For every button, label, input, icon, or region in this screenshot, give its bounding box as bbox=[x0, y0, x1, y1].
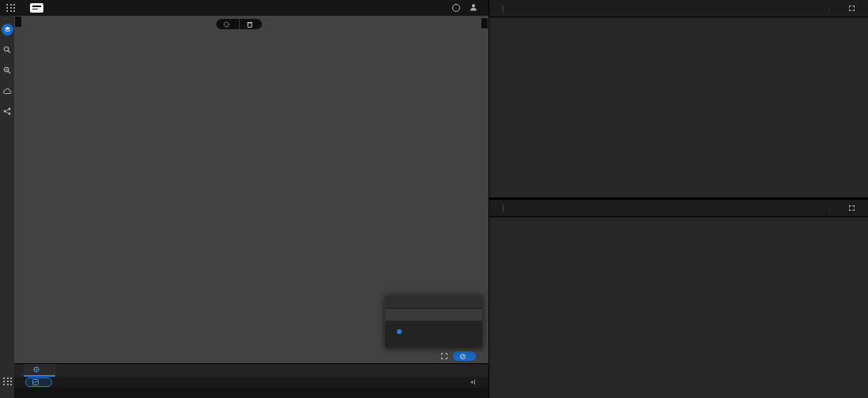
expand-icon[interactable] bbox=[849, 6, 855, 11]
lasso-icon bbox=[223, 21, 230, 28]
collapse-panel-icon[interactable] bbox=[470, 379, 476, 385]
sidebar-item-cloud[interactable] bbox=[0, 81, 14, 101]
map-controls bbox=[425, 351, 484, 361]
nav-sidebar bbox=[0, 16, 14, 398]
app-topbar bbox=[0, 0, 488, 16]
help-icon[interactable] bbox=[452, 4, 460, 12]
map-select-toolbar bbox=[216, 19, 262, 29]
apps-grid-icon[interactable] bbox=[6, 4, 16, 12]
map-layers-icon bbox=[2, 24, 13, 36]
legend-toggle-button[interactable] bbox=[453, 351, 476, 361]
trash-icon bbox=[247, 21, 253, 28]
map-region[interactable] bbox=[14, 16, 488, 363]
target-icon bbox=[33, 366, 39, 373]
footer bbox=[14, 388, 488, 398]
chart-icon bbox=[32, 379, 39, 385]
sidebar-item-zoom-search[interactable] bbox=[0, 60, 14, 81]
production-chart[interactable] bbox=[489, 17, 868, 197]
well-spot-dot-icon bbox=[397, 329, 402, 334]
search-plus-icon bbox=[3, 66, 11, 74]
analysis-bar bbox=[14, 377, 488, 388]
fullscreen-icon[interactable] bbox=[441, 353, 447, 359]
production-chart-body bbox=[489, 17, 868, 197]
sidebar-item-map-active[interactable] bbox=[0, 19, 14, 39]
tgs-logo[interactable] bbox=[30, 3, 43, 13]
pencil-icon bbox=[460, 354, 466, 359]
chart-panels: | | | | bbox=[489, 0, 868, 398]
sidebar-item-search[interactable] bbox=[0, 39, 14, 60]
sidebar-apps-grid-icon[interactable] bbox=[0, 371, 14, 392]
type-curve-chart[interactable] bbox=[489, 217, 868, 397]
analyze-button[interactable] bbox=[25, 377, 52, 387]
account-icon[interactable] bbox=[470, 3, 477, 13]
tab-wells[interactable] bbox=[24, 364, 55, 377]
panel-type-curve: | | bbox=[489, 200, 868, 398]
panel-production-plot: | | bbox=[489, 0, 868, 197]
map-legend-panel bbox=[385, 295, 482, 347]
clear-button[interactable] bbox=[239, 19, 262, 29]
tabs-row bbox=[14, 363, 488, 377]
select-button[interactable] bbox=[216, 19, 239, 29]
search-icon bbox=[3, 46, 11, 54]
collapse-left-handle[interactable] bbox=[15, 17, 21, 27]
collapse-right-handle[interactable] bbox=[481, 18, 488, 28]
cloud-icon bbox=[3, 88, 12, 95]
bottom-bars bbox=[14, 363, 488, 398]
type-curve-chart-body bbox=[489, 217, 868, 397]
panel-header[interactable]: | | bbox=[489, 200, 868, 217]
well-spots-row bbox=[397, 329, 477, 334]
legend-section-wells-permits[interactable] bbox=[385, 308, 482, 321]
expand-icon[interactable] bbox=[849, 205, 855, 211]
share-icon bbox=[3, 107, 11, 115]
filtered-count bbox=[62, 380, 63, 385]
sidebar-item-share[interactable] bbox=[0, 101, 14, 122]
panel-header[interactable]: | | bbox=[489, 0, 868, 17]
